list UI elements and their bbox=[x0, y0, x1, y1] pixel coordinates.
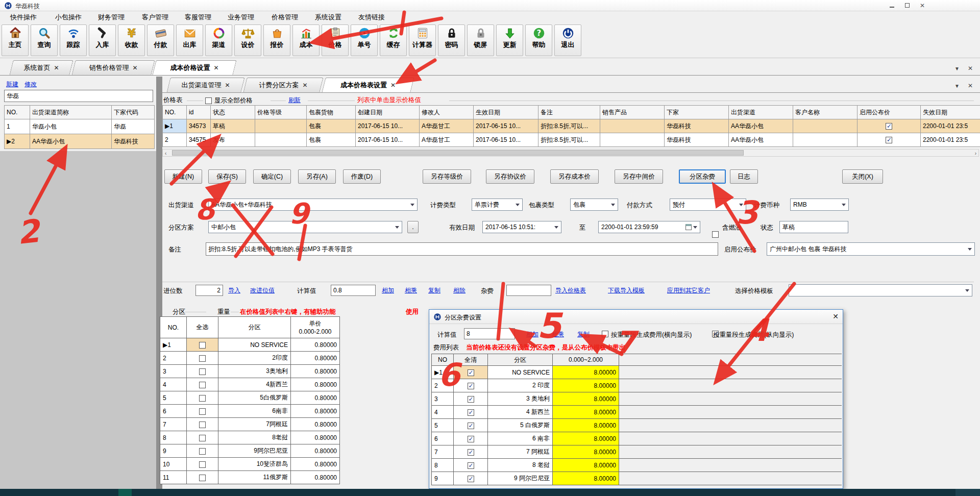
tab-close-icon[interactable]: ✕ bbox=[213, 64, 218, 71]
valid-to-picker[interactable]: 2200-01-01 23:59:59 bbox=[598, 221, 700, 233]
toolbar-price-clipboard-button[interactable]: 价格 bbox=[322, 24, 349, 56]
dialog-copy-link[interactable]: 复制 bbox=[577, 330, 590, 339]
add-link[interactable]: 相加 bbox=[382, 286, 394, 295]
column-header[interactable]: 生效日期 bbox=[474, 106, 538, 119]
select-template-combo[interactable] bbox=[789, 284, 972, 296]
close-button[interactable]: ✕ bbox=[916, 1, 929, 10]
column-header[interactable]: 启用公布价 bbox=[857, 106, 921, 119]
tab-close-icon[interactable]: ✕ bbox=[225, 82, 230, 89]
toolbar-channel-ring-button[interactable]: 渠道 bbox=[205, 24, 232, 56]
dialog-horizontal-checkbox[interactable] bbox=[602, 331, 608, 337]
toolbar-inbound-scanner-button[interactable]: 入库 bbox=[89, 24, 116, 56]
sub-tab-0[interactable]: 出货渠道管理✕ bbox=[168, 78, 243, 92]
currency-combo[interactable]: RMB bbox=[790, 199, 849, 211]
toolbar-calculator-button[interactable]: 计算器 bbox=[409, 24, 436, 56]
clear-all-checkbox[interactable] bbox=[468, 409, 474, 416]
horizontal-scrollbar[interactable]: ‹ › bbox=[162, 149, 979, 157]
left-filter-input[interactable] bbox=[4, 90, 153, 102]
column-header[interactable]: id bbox=[187, 106, 211, 119]
import-price-link[interactable]: 导入价格表 bbox=[555, 286, 586, 295]
toolbar-outbound-mail-button[interactable]: 出库 bbox=[176, 24, 203, 56]
show-all-prices-checkbox[interactable] bbox=[205, 97, 212, 104]
table-row[interactable]: 88 老挝8.00000 bbox=[432, 459, 842, 472]
table-row[interactable]: 66南非0.80000 bbox=[160, 405, 340, 418]
sub-tab-1[interactable]: 计费分区方案✕ bbox=[245, 78, 322, 92]
toolbar-help-button[interactable]: ?帮助 bbox=[525, 24, 552, 56]
toolbar-search-button[interactable]: 查询 bbox=[31, 24, 58, 56]
toolbar-lockscreen-lock-button[interactable]: 锁屏 bbox=[467, 24, 494, 56]
select-checkbox[interactable] bbox=[199, 382, 206, 388]
table-row[interactable]: 99 阿尔巴尼亚8.00000 bbox=[432, 472, 842, 485]
misc-fee-input[interactable] bbox=[506, 285, 551, 296]
action-button-2[interactable]: 确定(C) bbox=[253, 169, 291, 184]
payment-combo[interactable]: 预付 bbox=[670, 199, 746, 211]
action-button-9[interactable]: 分区杂费 bbox=[679, 169, 726, 184]
toolbar-set-price-scales-button[interactable]: 设价 bbox=[234, 24, 261, 56]
zone-plan-more-button[interactable]: . bbox=[407, 221, 419, 233]
select-checkbox[interactable] bbox=[199, 421, 206, 428]
sub-tab-close-icon[interactable]: ✕ bbox=[966, 82, 975, 90]
scrollbar-thumb[interactable] bbox=[172, 150, 744, 156]
publish-price-combo[interactable]: 广州中邮小包 包裹 华磊科技 bbox=[767, 242, 975, 256]
toolbar-pay-card-button[interactable]: 付款 bbox=[147, 24, 174, 56]
publish-checkbox[interactable] bbox=[886, 137, 892, 143]
table-row[interactable]: 234575发布包裹2017-06-15 10...A华磊甘工2017-06-1… bbox=[163, 133, 980, 147]
zone-plan-combo[interactable]: 中邮小包 bbox=[208, 221, 402, 233]
menu-item-6[interactable]: 价格管理 bbox=[270, 11, 300, 23]
left-edit-link[interactable]: 修改 bbox=[24, 80, 37, 89]
table-row[interactable]: 88老挝0.80000 bbox=[160, 431, 340, 444]
taskbar[interactable] bbox=[0, 489, 980, 496]
copy-link[interactable]: 复制 bbox=[428, 286, 440, 295]
sub-tab-2[interactable]: 成本价格表设置✕ bbox=[324, 78, 412, 92]
menu-item-7[interactable]: 系统设置 bbox=[313, 11, 344, 23]
dialog-add-link[interactable]: 相加 bbox=[526, 330, 538, 339]
action-button-8[interactable]: 另存中间价 bbox=[615, 169, 663, 184]
table-row[interactable]: 22 印度8.00000 bbox=[432, 379, 842, 392]
table-row[interactable]: ▶2AA华磊小包华磊科技 bbox=[5, 134, 155, 149]
change-carry-link[interactable]: 改进位值 bbox=[250, 286, 275, 295]
calc-input[interactable] bbox=[331, 285, 376, 296]
dialog-close-icon[interactable]: ✕ bbox=[832, 312, 839, 320]
action-button-3[interactable]: 另存(A) bbox=[298, 169, 336, 184]
main-tab-overflow-icon[interactable]: ▼ bbox=[952, 64, 962, 72]
clear-all-checkbox[interactable] bbox=[468, 423, 474, 429]
column-header[interactable]: 修改人 bbox=[420, 106, 474, 119]
select-checkbox[interactable] bbox=[199, 435, 206, 441]
select-checkbox[interactable] bbox=[199, 355, 206, 362]
taskbar-tray[interactable] bbox=[955, 489, 980, 496]
remark-input[interactable] bbox=[206, 242, 718, 256]
close-page-button[interactable]: 关闭(X) bbox=[842, 169, 883, 184]
menu-item-1[interactable]: 小包操作 bbox=[53, 11, 84, 23]
apply-other-customers-link[interactable]: 应用到其它客户 bbox=[667, 286, 710, 295]
column-header[interactable]: 状态 bbox=[211, 106, 255, 119]
table-row[interactable]: 66 南非8.00000 bbox=[432, 432, 842, 445]
select-checkbox[interactable] bbox=[199, 408, 206, 415]
action-button-7[interactable]: 另存成本价 bbox=[550, 169, 599, 184]
dialog-multiply-link[interactable]: 相乘 bbox=[552, 330, 564, 339]
table-row[interactable]: 1华磊小包华磊 bbox=[5, 119, 155, 134]
menu-item-2[interactable]: 财务管理 bbox=[96, 11, 127, 23]
column-header[interactable]: 销售产品 bbox=[600, 106, 665, 119]
download-template-link[interactable]: 下载导入模板 bbox=[608, 286, 645, 295]
taskbar-app-icon[interactable] bbox=[118, 489, 132, 496]
fuel-checkbox[interactable] bbox=[712, 231, 719, 238]
menu-item-8[interactable]: 友情链接 bbox=[356, 11, 387, 23]
main-tab-1[interactable]: 销售价格管理✕ bbox=[74, 60, 153, 75]
main-tab-0[interactable]: 系统首页✕ bbox=[11, 60, 71, 75]
select-checkbox[interactable] bbox=[199, 475, 206, 481]
table-row[interactable]: 44 新西兰8.00000 bbox=[432, 406, 842, 419]
table-row[interactable]: 55白俄罗斯0.80000 bbox=[160, 391, 340, 405]
table-row[interactable]: 77阿根廷0.80000 bbox=[160, 418, 340, 431]
toolbar-receive-yuan-button[interactable]: ¥收款 bbox=[118, 24, 145, 56]
toolbar-waybill-eye-button[interactable]: 单号 bbox=[351, 24, 378, 56]
menu-item-5[interactable]: 业务管理 bbox=[226, 11, 256, 23]
menu-item-3[interactable]: 客户管理 bbox=[140, 11, 170, 23]
clear-all-checkbox[interactable] bbox=[468, 369, 474, 376]
toolbar-track-wifi-button[interactable]: 跟踪 bbox=[60, 24, 87, 56]
tab-close-icon[interactable]: ✕ bbox=[390, 82, 396, 89]
select-checkbox[interactable] bbox=[199, 448, 206, 455]
carry-input[interactable] bbox=[195, 285, 223, 296]
column-header[interactable]: 备注 bbox=[538, 106, 600, 119]
menu-item-0[interactable]: 快件操作 bbox=[8, 11, 39, 23]
clear-all-checkbox[interactable] bbox=[468, 449, 474, 456]
